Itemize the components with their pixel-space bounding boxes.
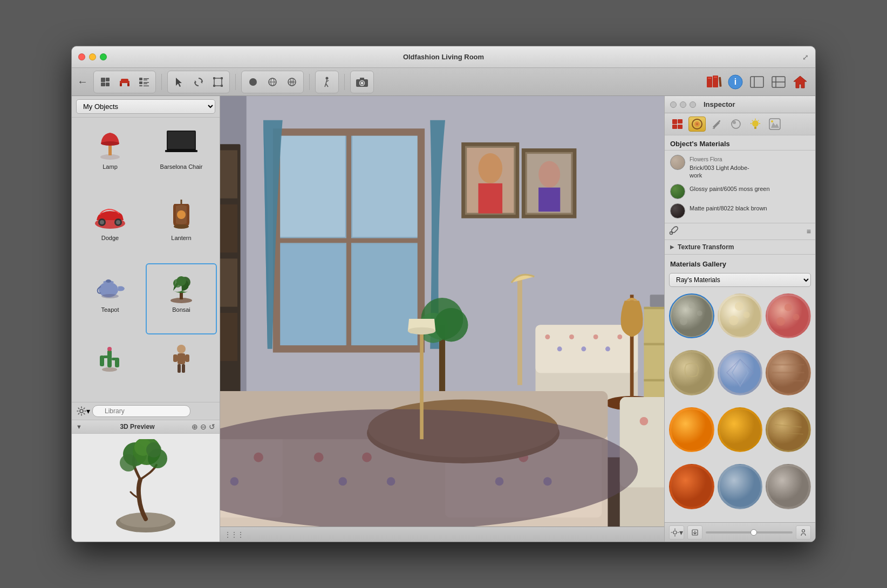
object-item-dodge[interactable]: Dodge bbox=[74, 192, 146, 263]
texture-transform-row[interactable]: ▶ Texture Transform bbox=[665, 240, 815, 255]
view-options-button[interactable] bbox=[769, 72, 788, 92]
gallery-swatch-blue-steel[interactable] bbox=[718, 464, 763, 509]
svg-rect-118 bbox=[280, 244, 345, 346]
chair-label: Barselona Chair bbox=[160, 163, 203, 170]
search-input[interactable] bbox=[92, 405, 190, 417]
library-button[interactable] bbox=[704, 72, 724, 92]
zoom-in-button[interactable]: ⊕ bbox=[192, 422, 198, 431]
insp-materials-tab[interactable] bbox=[688, 117, 706, 132]
svg-point-132 bbox=[569, 334, 574, 339]
zoom-out-button[interactable]: ⊖ bbox=[200, 422, 207, 431]
gallery-swatch-orange-mid[interactable] bbox=[718, 407, 763, 453]
insp-scene-tab[interactable] bbox=[766, 117, 783, 132]
walk-button[interactable] bbox=[318, 73, 336, 91]
object-item-lamp[interactable]: Lamp bbox=[74, 120, 146, 192]
settings-gear-button[interactable]: ▾ bbox=[76, 405, 90, 417]
gallery-swatch-blue-argyle[interactable] bbox=[718, 350, 763, 395]
preview-controls: ⊕ ⊖ ↺ bbox=[192, 422, 215, 431]
svg-rect-107 bbox=[220, 313, 237, 361]
gallery-dropdown[interactable]: Ray's Materials Default Materials Custom bbox=[669, 273, 811, 287]
viewport-handle: ⋮⋮⋮ bbox=[224, 531, 244, 538]
maximize-button[interactable] bbox=[100, 53, 107, 60]
grid-list-button[interactable] bbox=[135, 73, 153, 91]
person-thumbnail bbox=[160, 340, 202, 377]
svg-rect-90 bbox=[182, 364, 185, 373]
svg-line-205 bbox=[752, 120, 753, 121]
object-item-lantern[interactable]: Lantern bbox=[146, 192, 217, 263]
svg-rect-3 bbox=[106, 83, 110, 86]
svg-point-126 bbox=[538, 161, 560, 188]
materials-menu-button[interactable]: ≡ bbox=[807, 227, 811, 236]
object-item-person[interactable] bbox=[146, 334, 217, 399]
render-texture-button[interactable] bbox=[283, 73, 301, 91]
info-button[interactable]: i bbox=[726, 72, 745, 92]
brick-material-name: Brick/003 Light Adobe-work bbox=[690, 163, 749, 180]
home-button[interactable] bbox=[790, 72, 810, 92]
insp-import-button[interactable] bbox=[687, 525, 702, 539]
svg-point-236 bbox=[768, 466, 809, 507]
object-item-chair[interactable]: Barselona Chair bbox=[146, 120, 217, 192]
svg-rect-12 bbox=[144, 82, 149, 83]
insp-render-tab[interactable] bbox=[727, 117, 745, 132]
svg-point-84 bbox=[107, 347, 112, 351]
gallery-swatch-rustic[interactable] bbox=[766, 350, 811, 395]
sidebar-bottom: ▾ 🔍 ▼ 3D Preview ⊕ ⊖ ↺ bbox=[72, 402, 220, 542]
insp-edit-tab[interactable] bbox=[708, 117, 725, 132]
render-solid-button[interactable] bbox=[244, 73, 262, 91]
back-button[interactable]: ← bbox=[77, 76, 88, 88]
svg-rect-87 bbox=[173, 354, 178, 362]
svg-point-136 bbox=[617, 334, 622, 339]
svg-point-83 bbox=[102, 367, 117, 372]
insp-objects-tab[interactable] bbox=[669, 117, 686, 132]
select-tool-button[interactable] bbox=[170, 73, 188, 91]
insp-person-button[interactable] bbox=[796, 525, 811, 539]
gallery-swatch-orange-dark[interactable] bbox=[669, 464, 714, 509]
svg-rect-60 bbox=[167, 149, 196, 152]
insp-light-tab[interactable] bbox=[747, 117, 764, 132]
toggle-sidebar-button[interactable] bbox=[747, 72, 767, 92]
insp-close-button[interactable] bbox=[670, 101, 677, 108]
material-row-black[interactable]: Matte paint/8022 black brown bbox=[665, 201, 815, 221]
insp-max-button[interactable] bbox=[690, 101, 696, 108]
render-wire-button[interactable] bbox=[263, 73, 282, 91]
svg-point-230 bbox=[720, 409, 761, 450]
close-button[interactable] bbox=[78, 53, 85, 60]
gallery-swatch-orange-bright[interactable] bbox=[669, 407, 714, 453]
svg-rect-82 bbox=[115, 358, 119, 367]
insp-size-slider[interactable] bbox=[706, 531, 793, 534]
rotate-tool-button[interactable] bbox=[189, 73, 208, 91]
reset-view-button[interactable]: ↺ bbox=[209, 422, 215, 431]
svg-marker-17 bbox=[195, 80, 196, 84]
svg-point-72 bbox=[101, 294, 119, 298]
gallery-swatch-wood[interactable] bbox=[766, 407, 811, 453]
3d-preview-section: ▼ 3D Preview ⊕ ⊖ ↺ bbox=[72, 420, 220, 542]
insp-min-button[interactable] bbox=[680, 101, 686, 108]
gallery-swatch-red-floral[interactable] bbox=[766, 293, 811, 339]
object-item-teapot[interactable]: Teapot bbox=[74, 263, 146, 334]
transform-tool-button[interactable] bbox=[209, 73, 227, 91]
dropper-tool-button[interactable] bbox=[669, 225, 679, 237]
gallery-swatch-gray-floral[interactable] bbox=[669, 293, 714, 339]
minimize-button[interactable] bbox=[89, 53, 96, 60]
gallery-swatch-gray-stone[interactable] bbox=[766, 464, 811, 509]
gallery-swatch-cream-floral[interactable] bbox=[718, 293, 763, 339]
object-item-cactus[interactable] bbox=[74, 334, 146, 399]
objects-category-dropdown[interactable]: My Objects All Objects Favorites bbox=[76, 99, 215, 114]
objects-list-button[interactable] bbox=[96, 73, 114, 91]
preview-area bbox=[72, 434, 220, 542]
material-row-moss[interactable]: Glossy paint/6005 moss green bbox=[665, 182, 815, 201]
svg-rect-192 bbox=[678, 125, 683, 129]
viewport-bottom: ⋮⋮⋮ bbox=[220, 527, 664, 542]
chair-button[interactable] bbox=[115, 73, 134, 91]
materials-list: Flowers Flora Brick/003 Light Adobe-work… bbox=[665, 151, 815, 223]
texture-expand-icon: ▶ bbox=[670, 244, 674, 250]
svg-rect-89 bbox=[178, 364, 181, 373]
object-item-bonsai[interactable]: Bonsai bbox=[146, 263, 217, 334]
material-row-flowers[interactable]: Flowers Flora Brick/003 Light Adobe-work bbox=[665, 153, 815, 182]
svg-rect-39 bbox=[360, 78, 364, 80]
insp-settings-button[interactable]: ▾ bbox=[669, 525, 684, 539]
svg-point-135 bbox=[605, 346, 610, 351]
preview-title: 3D Preview bbox=[120, 423, 154, 430]
camera-button[interactable] bbox=[353, 73, 371, 91]
gallery-swatch-tan-scroll[interactable] bbox=[669, 350, 714, 395]
